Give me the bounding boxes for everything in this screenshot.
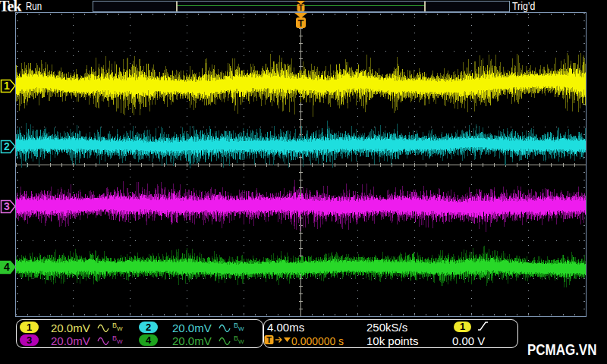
svg-text:W: W xyxy=(117,325,123,332)
svg-text:T: T xyxy=(298,4,303,12)
svg-text:T: T xyxy=(266,335,272,344)
svg-text:T: T xyxy=(298,17,304,29)
svg-text:4: 4 xyxy=(4,261,10,273)
svg-text:1: 1 xyxy=(4,80,10,92)
svg-text:W: W xyxy=(238,325,244,332)
svg-text:W: W xyxy=(117,338,123,345)
svg-text:W: W xyxy=(238,338,244,345)
svg-text:3: 3 xyxy=(4,200,10,212)
svg-text:2: 2 xyxy=(4,140,10,152)
